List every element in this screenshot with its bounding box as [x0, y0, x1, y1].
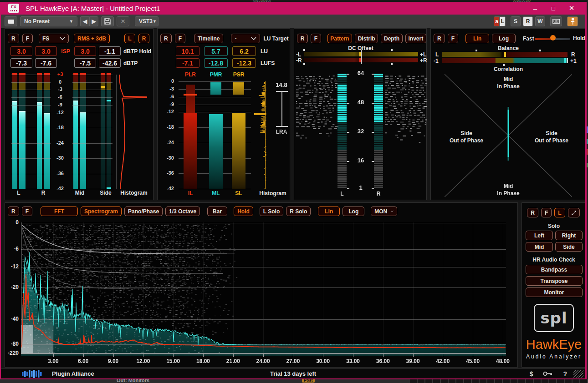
- meter-gridline: [72, 75, 112, 75]
- solo-mid-button[interactable]: Mid: [526, 242, 553, 252]
- p4-freeze-button[interactable]: F: [448, 34, 458, 43]
- spectrum-x-label: 30.00: [311, 358, 335, 364]
- spectrum-x-tick: [113, 354, 114, 357]
- next-preset-button[interactable]: ▶: [89, 16, 98, 26]
- corr-max-label: +1: [570, 58, 577, 64]
- p1-channel-label: R: [34, 190, 52, 196]
- pattern-button[interactable]: Pattern: [327, 34, 352, 43]
- spectrum-x-label: 9.00: [102, 358, 125, 364]
- help-button[interactable]: ?: [563, 370, 567, 378]
- distrib-button[interactable]: Distrib: [355, 34, 378, 43]
- meter-peak-cap: [37, 102, 42, 103]
- side-freeze-button[interactable]: F: [541, 208, 552, 217]
- meter-zone-warn: [44, 82, 50, 90]
- purchase-button[interactable]: $: [530, 370, 533, 378]
- hr-audio-check-label: HR Audio Check: [522, 257, 586, 263]
- p4-reset-button[interactable]: R: [434, 34, 445, 43]
- invert-button[interactable]: Invert: [405, 34, 426, 43]
- meter-zone-over: [12, 75, 17, 82]
- gonio-mid-bottom-label: Mid In Phase: [476, 182, 540, 197]
- solo-right-button[interactable]: Right: [555, 231, 583, 240]
- write-button[interactable]: W: [535, 16, 545, 26]
- p1-scale-label: -3: [51, 86, 69, 92]
- spectrum-x-tick: [413, 354, 414, 357]
- menu-button[interactable]: [5, 16, 17, 26]
- daw-background-bottom: Out: Monitors Post: [0, 379, 588, 383]
- license-key-icon[interactable]: [543, 371, 553, 376]
- monitor-button[interactable]: Monitor: [526, 287, 583, 297]
- meter-zone-over: [101, 75, 105, 82]
- p1-scale-label: +3: [51, 71, 69, 77]
- close-button[interactable]: ✕: [562, 2, 581, 15]
- hold-label: Hold: [573, 35, 585, 41]
- solo-button[interactable]: S: [511, 16, 521, 26]
- automation-latch-button[interactable]: a L: [494, 16, 506, 26]
- side-reset-button[interactable]: R: [527, 208, 538, 217]
- p3-reset-button[interactable]: R: [297, 34, 308, 43]
- collapse-button[interactable]: [568, 208, 580, 217]
- meter-fill: [37, 102, 42, 189]
- meter-zone-over: [80, 75, 86, 82]
- p2-scale-label: -9: [158, 101, 174, 107]
- correlation-end-tick: [567, 58, 568, 63]
- p1-scale-label: -12: [51, 110, 69, 115]
- ml-bar: [209, 114, 223, 189]
- meter-gridline: [72, 97, 112, 98]
- gonio-mid-top-label: Mid In Phase: [476, 76, 540, 90]
- meter-gridline: [72, 158, 112, 159]
- side-panel: R F L Solo Left Right Mid Side HR Audio …: [522, 202, 585, 368]
- p2-scale-label: -24: [158, 140, 174, 145]
- meter-gridline: [11, 90, 51, 90]
- format-selector[interactable]: VST3 ▼: [135, 16, 159, 26]
- correlation-marker: [564, 58, 566, 63]
- keyboard-button[interactable]: [550, 16, 562, 26]
- depth-button[interactable]: Depth: [381, 34, 402, 43]
- save-preset-button[interactable]: [101, 16, 114, 26]
- p1-scale-label: 0: [51, 79, 69, 85]
- minimize-button[interactable]: –: [526, 2, 544, 15]
- automation-a: a: [494, 16, 500, 26]
- footer-bar: Plugin Alliance Trial 13 days left $ ?: [1, 368, 585, 378]
- solo-label: Solo: [522, 223, 586, 229]
- balance-tick: [539, 50, 541, 51]
- lra-range-bar: [281, 91, 282, 127]
- solo-left-button[interactable]: Left: [526, 231, 553, 240]
- preset-name: No Preset: [24, 18, 50, 25]
- solo-side-button[interactable]: Side: [555, 242, 583, 252]
- p3-freeze-button[interactable]: F: [311, 34, 321, 43]
- daw-out-label: Out: Monitors: [117, 379, 149, 383]
- meter-gridline: [72, 105, 112, 106]
- resize-grip[interactable]: [573, 370, 583, 378]
- bandpass-button[interactable]: Bandpass: [526, 265, 583, 274]
- ballistics-slider-thumb[interactable]: [550, 35, 556, 40]
- prev-preset-button[interactable]: ◀: [80, 16, 89, 26]
- bit-scale-label: 64: [349, 70, 373, 76]
- meter-peak-cap: [19, 111, 26, 112]
- pin-button[interactable]: [567, 16, 578, 26]
- balance-label: Balance: [431, 45, 586, 51]
- meter-gridline: [11, 189, 51, 189]
- side-peak-tick: [101, 86, 105, 88]
- fast-label: Fast: [523, 35, 534, 42]
- read-button[interactable]: R: [523, 16, 533, 26]
- log-button[interactable]: Log: [492, 34, 516, 43]
- titlebar[interactable]: FX SPL HawkEye [A: Master] - Untitled Pr…: [1, 2, 585, 15]
- transpose-button[interactable]: Transpose: [526, 276, 583, 286]
- p1-channel-label: Side: [97, 190, 115, 196]
- side-link-button[interactable]: L: [554, 208, 565, 217]
- corr-min-label: -1: [434, 58, 439, 64]
- lin-button[interactable]: Lin: [465, 34, 489, 43]
- correlation-label: Correlation: [431, 66, 586, 72]
- meter-zone-warn: [37, 82, 42, 90]
- plugin-window: 0010100100 0010100100 FX SPL HawkEye [A:…: [0, 0, 588, 383]
- preset-selector[interactable]: No Preset ▼: [20, 16, 77, 26]
- meter-zone-over: [19, 75, 26, 82]
- p2-scale-label: 0: [158, 78, 174, 84]
- meter-gridline: [11, 97, 51, 98]
- spectrum-x-tick: [293, 354, 293, 357]
- bit-scale-label: 48: [349, 99, 373, 106]
- meter-zone-warn: [73, 82, 78, 90]
- maximize-button[interactable]: □: [544, 2, 562, 15]
- loudness-histogram: [253, 81, 275, 189]
- ml-range-bar: [210, 82, 221, 95]
